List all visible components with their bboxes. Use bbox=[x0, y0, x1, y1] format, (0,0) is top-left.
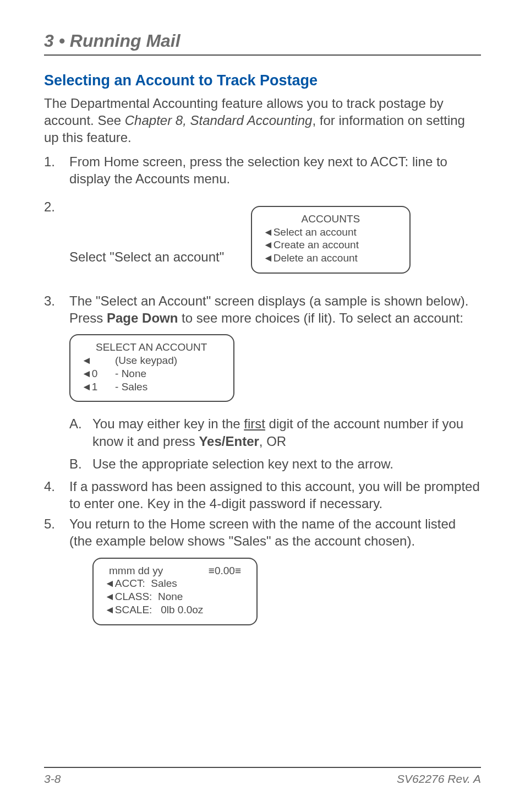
lcd-accounts-title: ACCOUNTS bbox=[263, 212, 398, 226]
lcd-accounts: ACCOUNTS ◄Select an account ◄Create an a… bbox=[251, 206, 411, 274]
step-3a-pre: You may either key in the bbox=[92, 416, 244, 431]
step-3a-letter: A. bbox=[69, 415, 82, 432]
step-2-num: 2. bbox=[44, 198, 55, 215]
step-4-num: 4. bbox=[44, 478, 55, 495]
lcd-select-account-row-1: ◄ (Use keypad) bbox=[81, 354, 222, 367]
step-3a: A. You may either key in the first digit… bbox=[69, 415, 481, 449]
step-1: 1. From Home screen, press the selection… bbox=[44, 153, 481, 187]
section-title: Selecting an Account to Track Postage bbox=[44, 72, 481, 89]
lcd-home-amount: ≡0.00≡ bbox=[209, 564, 241, 577]
lcd-select-account: SELECT AN ACCOUNT ◄ (Use keypad) ◄0 - No… bbox=[69, 334, 234, 402]
step-4: 4. If a password has been assigned to th… bbox=[44, 478, 481, 512]
intro-italic: Chapter 8, Standard Accounting bbox=[125, 113, 313, 128]
step-3-bold: Page Down bbox=[107, 310, 178, 325]
step-list: 1. From Home screen, press the selection… bbox=[44, 153, 481, 633]
step-2-text: Select "Select an account" bbox=[69, 249, 224, 264]
lcd-home-row-2: ◄CLASS: None bbox=[105, 590, 245, 603]
step-3-num: 3. bbox=[44, 292, 55, 309]
step-3b: B. Use the appropriate selection key nex… bbox=[69, 455, 481, 472]
lcd-accounts-row-1: ◄Select an account bbox=[263, 226, 398, 239]
intro-paragraph: The Departmental Accounting feature allo… bbox=[44, 95, 481, 146]
step-3b-text: Use the appropriate selection key next t… bbox=[92, 456, 393, 471]
step-2: 2. Select "Select an account" ACCOUNTS ◄… bbox=[44, 198, 481, 281]
lcd-home-row-3: ◄SCALE: 0lb 0.0oz bbox=[105, 603, 245, 617]
step-3a-under: first bbox=[244, 416, 265, 431]
chapter-header: 3 • Running Mail bbox=[44, 31, 481, 51]
step-3-sublist: A. You may either key in the first digit… bbox=[69, 415, 481, 472]
step-5-num: 5. bbox=[44, 515, 55, 532]
step-3: 3. The "Select an Account" screen displa… bbox=[44, 292, 481, 472]
footer-rule bbox=[44, 767, 481, 768]
step-3a-bold: Yes/Enter bbox=[199, 434, 259, 449]
lcd-home-date: mmm dd yy bbox=[109, 564, 163, 577]
footer-doc-id: SV62276 Rev. A bbox=[397, 772, 481, 786]
step-1-num: 1. bbox=[44, 153, 55, 170]
step-3-post: to see more choices (if lit). To select … bbox=[178, 310, 463, 325]
footer: 3-8 SV62276 Rev. A bbox=[44, 767, 481, 786]
footer-page-number: 3-8 bbox=[44, 772, 61, 786]
step-1-text: From Home screen, press the selection ke… bbox=[69, 154, 447, 186]
lcd-accounts-row-2: ◄Create an account bbox=[263, 238, 398, 252]
lcd-select-account-row-2: ◄0 - None bbox=[81, 367, 222, 380]
lcd-home-row-1: ◄ACCT: Sales bbox=[105, 577, 245, 590]
lcd-accounts-row-3: ◄Delete an account bbox=[263, 252, 398, 265]
step-5: 5. You return to the Home screen with th… bbox=[44, 515, 481, 633]
lcd-select-account-row-3: ◄1 - Sales bbox=[81, 380, 222, 394]
step-4-text: If a password has been assigned to this … bbox=[69, 479, 480, 511]
lcd-home: mmm dd yy ≡0.00≡ ◄ACCT: Sales ◄CLASS: No… bbox=[92, 558, 258, 625]
step-5-text: You return to the Home screen with the n… bbox=[69, 516, 456, 548]
lcd-select-account-title: SELECT AN ACCOUNT bbox=[81, 341, 222, 354]
top-rule bbox=[44, 55, 481, 56]
step-3a-post: , OR bbox=[259, 434, 286, 449]
step-3b-letter: B. bbox=[69, 455, 82, 472]
